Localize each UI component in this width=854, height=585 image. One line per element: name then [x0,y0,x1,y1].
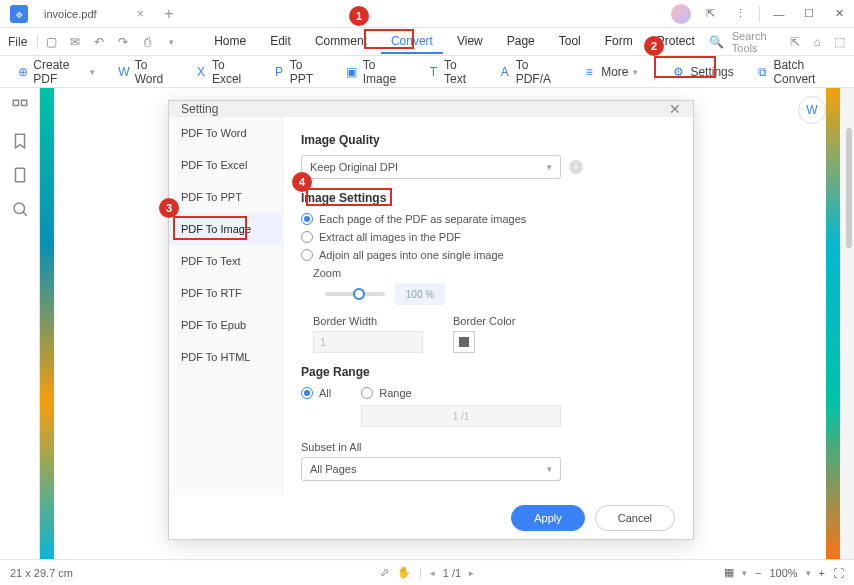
undo-icon[interactable]: ↶ [90,33,108,51]
cancel-button[interactable]: Cancel [595,505,675,531]
attachment-icon[interactable] [11,166,29,184]
scrollbar[interactable] [846,128,852,248]
word-float-icon[interactable]: W [798,96,826,124]
side-pdf-to-excel[interactable]: PDF To Excel [169,149,282,181]
side-pdf-to-html[interactable]: PDF To HTML [169,341,282,373]
add-tab-icon[interactable]: + [164,5,173,23]
avatar[interactable] [671,4,691,24]
page-range-title: Page Range [301,365,675,379]
to-word-button[interactable]: WTo Word [111,55,178,89]
share-icon[interactable]: ⇱ [699,3,721,25]
side-pdf-to-text[interactable]: PDF To Text [169,245,282,277]
zoom-in-icon[interactable]: + [819,567,825,579]
radio-range[interactable]: Range [361,387,411,399]
tab-convert[interactable]: Convert [381,30,443,54]
settings-dialog: Setting ✕ PDF To Word PDF To Excel PDF T… [168,100,694,540]
to-pdfa-button[interactable]: ATo PDF/A [492,55,565,89]
svg-rect-1 [21,100,26,105]
qat-expand-icon[interactable]: ▾ [162,33,180,51]
subset-dropdown[interactable]: All Pages▾ [301,457,561,481]
zoom-label: Zoom [313,267,675,279]
more-button[interactable]: ≡More▾ [575,61,643,83]
side-pdf-to-image[interactable]: PDF To Image [169,213,282,245]
border-width-label: Border Width [313,315,423,327]
to-excel-button[interactable]: XTo Excel [188,55,256,89]
subset-label: Subset in All [301,441,675,453]
menubar: File ▢ ✉ ↶ ↷ ⎙ ▾ Home Edit Comment Conve… [0,28,854,56]
dialog-main: Image Quality Keep Original DPI▾ i Image… [283,117,693,495]
document-tab[interactable]: invoice.pdf × [34,0,154,27]
settings-button[interactable]: ⚙Settings [664,61,739,83]
svg-rect-2 [15,168,24,182]
tab-edit[interactable]: Edit [260,30,301,54]
cursor-icon[interactable]: ⬀ [380,566,389,579]
bookmark-icon[interactable] [11,132,29,150]
close-tab-icon[interactable]: × [137,6,145,21]
prev-page-icon[interactable]: ◂ [430,568,435,578]
next-page-icon[interactable]: ▸ [469,568,474,578]
tab-comment[interactable]: Comment [305,30,377,54]
layout-icon[interactable]: ▦ [724,566,734,579]
tab-view[interactable]: View [447,30,493,54]
to-ppt-button[interactable]: PTo PPT [266,55,329,89]
left-sidebar [0,88,40,559]
search-icon[interactable] [11,200,29,218]
maximize-icon[interactable]: ☐ [798,3,820,25]
dialog-close-icon[interactable]: ✕ [669,101,681,117]
minimize-icon[interactable]: — [768,3,790,25]
batch-convert-button[interactable]: ⧉Batch Convert [750,55,844,89]
dialog-header: Setting ✕ [169,101,693,117]
border-color-label: Border Color [453,315,515,327]
ext1-icon[interactable]: ⇱ [789,33,803,51]
close-window-icon[interactable]: ✕ [828,3,850,25]
image-settings-title: Image Settings [301,191,675,205]
page-size: 21 x 29.7 cm [10,567,73,579]
tab-protect[interactable]: Protect [647,30,705,54]
tab-form[interactable]: Form [595,30,643,54]
file-menu[interactable]: File [8,35,27,49]
fit-icon[interactable]: ⛶ [833,567,844,579]
side-pdf-to-epub[interactable]: PDF To Epub [169,309,282,341]
to-image-button[interactable]: ▣To Image [339,55,410,89]
save-icon[interactable]: ▢ [42,33,60,51]
tab-home[interactable]: Home [204,30,256,54]
svg-point-3 [14,203,25,214]
hand-icon[interactable]: ✋ [397,566,411,579]
print-icon[interactable]: ⎙ [138,33,156,51]
titlebar: ⟐ invoice.pdf × + ⇱ ⋮ — ☐ ✕ [0,0,854,28]
ext2-icon[interactable]: ⌂ [810,33,824,51]
dialog-sidebar: PDF To Word PDF To Excel PDF To PPT PDF … [169,117,283,495]
search-input[interactable]: Search Tools [732,30,781,54]
redo-icon[interactable]: ↷ [114,33,132,51]
tab-page[interactable]: Page [497,30,545,54]
tab-tool[interactable]: Tool [549,30,591,54]
radio-each-page[interactable]: Each page of the PDF as separate images [301,213,675,225]
side-pdf-to-rtf[interactable]: PDF To RTF [169,277,282,309]
convert-toolbar: ⊕Create PDF▾ WTo Word XTo Excel PTo PPT … [0,56,854,88]
radio-all[interactable]: All [301,387,331,399]
to-text-button[interactable]: TTo Text [421,55,483,89]
svg-rect-0 [13,100,18,105]
range-input[interactable]: 1 /1 [361,405,561,427]
zoom-level: 100% [769,567,797,579]
border-color-input[interactable] [453,331,475,353]
dialog-title: Setting [181,102,218,116]
image-quality-dropdown[interactable]: Keep Original DPI▾ [301,155,561,179]
apply-button[interactable]: Apply [511,505,585,531]
mail-icon[interactable]: ✉ [66,33,84,51]
side-pdf-to-word[interactable]: PDF To Word [169,117,282,149]
page-indicator: 1 /1 [443,567,461,579]
image-quality-title: Image Quality [301,133,675,147]
radio-adjoin-pages[interactable]: Adjoin all pages into one single image [301,249,675,261]
info-icon[interactable]: i [569,160,583,174]
ext3-icon[interactable]: ⬚ [832,33,846,51]
create-pdf-button[interactable]: ⊕Create PDF▾ [10,55,101,89]
thumbnails-icon[interactable] [11,98,29,116]
more-icon[interactable]: ⋮ [729,3,751,25]
zoom-slider[interactable] [325,292,385,296]
border-width-input[interactable]: 1 [313,331,423,353]
zoom-out-icon[interactable]: − [755,567,761,579]
radio-extract-images[interactable]: Extract all images in the PDF [301,231,675,243]
side-pdf-to-ppt[interactable]: PDF To PPT [169,181,282,213]
app-icon: ⟐ [10,5,28,23]
